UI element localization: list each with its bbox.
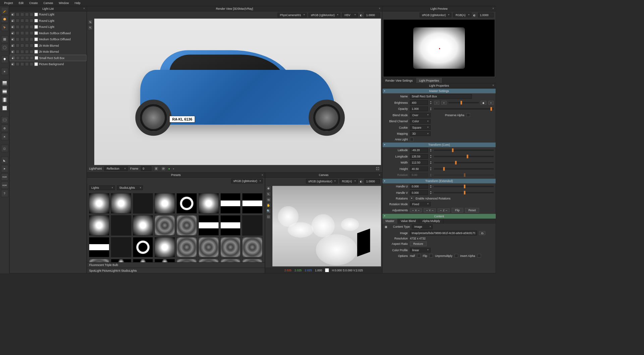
presets-category-dropdown[interactable]: Lights [89,185,115,190]
preset-thumbnail[interactable] [220,215,241,235]
light-row[interactable]: ●Picture Background [9,61,86,67]
canvas-hand-icon[interactable]: ✋ [266,203,271,208]
light-color-swatch[interactable] [34,44,38,47]
preset-thumbnail[interactable] [199,259,219,262]
preset-thumbnail[interactable] [242,215,263,235]
preset-thumbnail[interactable] [177,237,197,258]
preset-thumbnail[interactable] [133,259,153,262]
presets-subcategory-dropdown[interactable]: StudioLights [117,185,143,190]
tool-wing-icon[interactable]: ◣ [1,157,8,164]
lock-toggle[interactable] [20,13,24,16]
render-toggle[interactable] [25,50,29,54]
preset-thumbnail[interactable] [199,193,219,214]
canvas-move-icon[interactable]: ✥ [266,186,271,191]
preview-colorspace-dropdown[interactable]: sRGB (rgbMonitor) [420,13,451,17]
width-input[interactable] [410,160,428,165]
tool-grad1-icon[interactable] [1,80,8,87]
close-icon[interactable]: × [379,7,380,10]
tool-crop-icon[interactable]: ◻ [1,145,8,152]
spin-down-icon[interactable]: ▾ [430,186,432,188]
handlev-input[interactable] [410,190,428,195]
mapping-dropdown[interactable]: 3D [410,131,431,136]
menu-window[interactable]: Window [56,0,72,5]
tool-card-icon[interactable] [1,117,8,124]
eye-toggle-icon[interactable]: ● [11,31,15,35]
light-row[interactable]: ●Medium Softbox Diffused [9,30,86,36]
light-row[interactable]: ●Round Light [9,24,86,30]
preset-thumbnail[interactable] [177,259,197,262]
preset-thumbnail[interactable] [155,259,175,262]
vp-brush-icon[interactable]: ✎ [88,20,93,25]
image-path-input[interactable] [410,231,477,235]
spin-down-icon[interactable]: ▾ [430,157,432,158]
add-button[interactable]: + [488,101,493,105]
select-toggle[interactable] [30,19,34,23]
spin-down-icon[interactable]: ▾ [430,163,432,164]
preset-thumbnail[interactable] [111,215,131,235]
section-content[interactable]: Content [382,214,495,219]
flipx-button[interactable]: ↔ X ↔ [410,208,422,212]
tab-light-properties[interactable]: Light Properties [416,78,442,83]
select-toggle[interactable] [30,62,34,66]
menu-help[interactable]: Help [72,0,83,5]
preset-thumbnail[interactable] [177,193,197,214]
preset-thumbnail[interactable] [242,237,263,258]
section-master-settings[interactable]: Master Settings [382,89,495,93]
longitude-slider[interactable] [434,156,493,157]
colorspace-dropdown[interactable]: sRGB (rgbMonitor) [309,13,340,17]
eye-toggle-icon[interactable]: ● [11,38,15,41]
flipy-button[interactable]: ↔ Y ↔ [424,208,436,212]
lock-toggle[interactable] [20,25,24,29]
close-icon[interactable]: × [492,7,494,10]
select-toggle[interactable] [30,50,34,54]
preset-thumbnail[interactable] [133,237,153,258]
channel-dropdown[interactable]: HSV [342,13,358,17]
preset-thumbnail[interactable] [155,237,175,258]
tool-geo-icon[interactable] [1,36,8,43]
handlev-slider[interactable] [434,192,493,193]
solo-toggle[interactable] [16,38,19,41]
name-input[interactable] [410,94,472,99]
exposure-field[interactable]: 1.0000 [364,13,380,17]
reset-button[interactable]: Reset [465,208,479,213]
tool-color-icon[interactable] [1,44,8,51]
preset-thumbnail[interactable] [220,237,241,258]
pause-icon[interactable]: ⏸ [154,166,159,171]
lock-toggle[interactable] [20,38,24,41]
render-toggle[interactable] [25,56,29,60]
subtab-master[interactable]: Master [382,219,397,224]
tool-light-icon[interactable] [1,15,8,23]
plus-button[interactable]: + [441,101,446,105]
canvas-viewport[interactable] [272,186,381,266]
tool-close-icon[interactable]: ✕ [1,133,8,140]
preset-thumbnail[interactable] [133,193,153,214]
preset-thumbnail[interactable] [242,259,263,262]
section-transform-core[interactable]: Transform (Core) [382,142,495,147]
canvas-channels-dropdown[interactable]: RGB(A) [340,179,358,184]
preset-thumbnail[interactable] [220,259,241,262]
canvas-rotate-icon[interactable]: ⟲ [266,197,271,202]
close-icon[interactable]: × [262,173,263,176]
canvas-colorspace-dropdown[interactable]: sRGB (rgbMonitor) [306,179,337,184]
adv-rotations-checkbox[interactable] [410,196,414,200]
spin-down-icon[interactable]: ▾ [430,103,432,104]
lock-toggle[interactable] [20,19,24,23]
tool-gear-icon[interactable]: ⚙ [1,125,8,132]
light-color-swatch[interactable] [34,31,38,35]
preset-thumbnail[interactable] [89,193,110,214]
preset-thumbnail[interactable] [111,193,131,214]
invert-checkbox[interactable] [477,254,481,258]
preset-thumbnail[interactable] [89,259,110,262]
preset-thumbnail[interactable] [220,193,241,214]
tool-grad4-icon[interactable] [1,104,8,112]
flipz-button[interactable]: ↔ Z ↔ [438,208,449,212]
lock-toggle[interactable] [20,44,24,47]
contenttype-dropdown[interactable]: Image [412,224,433,229]
height-input[interactable] [410,167,428,171]
render-toggle[interactable] [25,19,29,23]
unpre-checkbox[interactable] [454,254,458,258]
light-color-swatch[interactable] [34,25,38,29]
menu-edit[interactable]: Edit [16,0,26,5]
eye-toggle-icon[interactable]: ● [11,50,15,54]
light-row[interactable]: ●Round Light [9,11,86,17]
